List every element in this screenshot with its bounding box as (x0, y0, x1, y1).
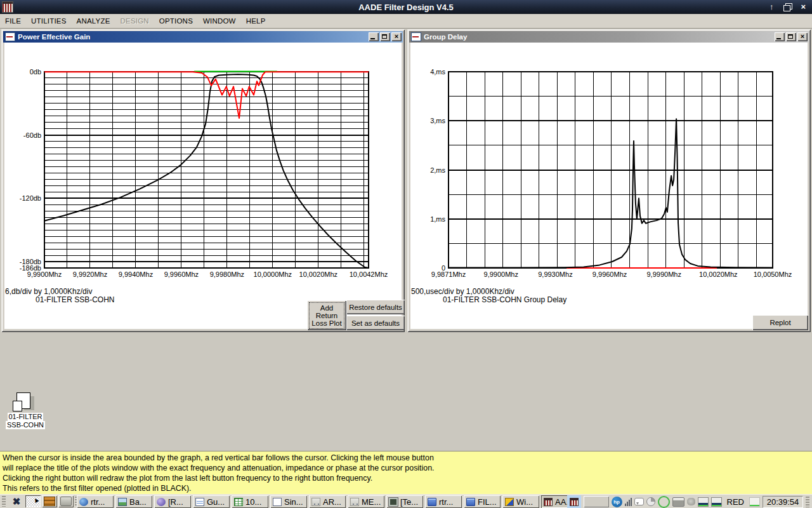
monitor-pale-icon[interactable] (749, 497, 760, 507)
cursor-icon: ▲ (31, 495, 41, 505)
help-line: will replace the title of the plots wind… (3, 463, 809, 473)
hp-icon[interactable]: hp (612, 497, 622, 507)
taskbar-task-gu[interactable]: Gu... (193, 495, 230, 508)
replot-button[interactable]: Replot (752, 315, 808, 330)
taskbar-handle[interactable] (806, 497, 809, 507)
taskbar-task-sin[interactable]: Sin... (270, 495, 307, 508)
plot-title-caption: 01-FILTER SSB-COHN (36, 295, 114, 304)
green-ellipse-icon[interactable] (658, 496, 670, 508)
menu-help[interactable]: HELP (241, 15, 271, 27)
minimize-icon[interactable] (369, 32, 379, 41)
monitor-graph-icon[interactable] (698, 497, 709, 507)
taskbar-task-rtr[interactable]: rtr... (425, 495, 462, 508)
task-label: Sin... (284, 497, 303, 507)
task-label: [R... (168, 497, 183, 507)
series-return-loss-red (44, 72, 369, 118)
plot-title-caption: 01-FILTER SSB-COHN Group Delay (443, 295, 566, 304)
red-status-label: RED (724, 497, 747, 507)
taskbar-task-10[interactable]: 10... (232, 495, 268, 508)
menu-file[interactable]: FILE (0, 15, 26, 27)
plot-window-icon (411, 32, 421, 41)
close-icon[interactable]: × (801, 0, 806, 14)
filter-file-icon-front (13, 401, 22, 411)
menu-utilities[interactable]: UTILITIES (26, 15, 71, 27)
blank-tray-button[interactable] (584, 496, 609, 507)
task-label: [Te... (400, 497, 418, 507)
maximize-icon[interactable] (380, 32, 390, 41)
app-titlebar[interactable]: AADE Filter Design V4.5 ↑ × (0, 0, 812, 14)
taskbar-task-te[interactable]: [Te... (386, 495, 423, 508)
aade-icon (544, 498, 553, 506)
menubar: FILE UTILITIES ANALYZE DESIGN OPTIONS WI… (0, 14, 812, 29)
tray-clock[interactable]: 20:39:54 (763, 496, 803, 508)
app-yellow-icon (505, 498, 514, 506)
window-title: Power Effective Gain (18, 33, 369, 41)
svg-text:10,0000Mhz: 10,0000Mhz (254, 271, 292, 278)
svg-text:9,9920Mhz: 9,9920Mhz (73, 271, 107, 278)
desktop-icon-filter[interactable]: 01-FILTER SSB-COHN (5, 389, 46, 429)
taskbar-task-ar[interactable]: AR... (309, 495, 346, 508)
launcher-pager[interactable] (58, 495, 74, 507)
schematic-icon (311, 498, 320, 506)
task-label: Ba... (129, 497, 147, 507)
restore-icon[interactable] (783, 5, 790, 11)
gain-chart[interactable]: 0db-60db-120db-180db-186db9,9900Mhz9,992… (4, 64, 403, 284)
svg-text:9,9871Mhz: 9,9871Mhz (431, 271, 466, 278)
x-logo-icon[interactable]: ✖ (10, 495, 23, 507)
close-icon[interactable]: × (391, 32, 402, 41)
series-group-delay-black (449, 119, 773, 267)
task-label: AR... (323, 497, 341, 507)
help-panel: When the cursor is inside the area bound… (0, 451, 812, 494)
aade-logo-icon (2, 1, 13, 13)
close-icon[interactable]: × (797, 32, 808, 41)
printer-icon[interactable] (672, 497, 684, 507)
svg-text:9,9960Mhz: 9,9960Mhz (593, 271, 627, 278)
clock-circle-icon[interactable] (646, 497, 655, 506)
svg-text:0db: 0db (30, 68, 41, 76)
balloon-icon[interactable] (634, 498, 644, 505)
taskbar-task-rtr[interactable]: rtr... (77, 495, 114, 508)
window-titlebar[interactable]: Power Effective Gain × (3, 31, 403, 43)
minimize-icon[interactable] (775, 32, 785, 41)
taskbar-task-fil[interactable]: FIL... (464, 495, 501, 508)
menu-analyze[interactable]: ANALYZE (72, 15, 115, 27)
taskbar-task-me[interactable]: ME... (348, 495, 384, 508)
svg-text:9,9940Mhz: 9,9940Mhz (119, 271, 153, 278)
rollup-icon[interactable]: ↑ (769, 0, 774, 14)
restore-defaults-button[interactable]: Restore defaults (346, 300, 405, 314)
task-label: 10... (246, 497, 261, 507)
speaker-icon[interactable] (687, 498, 695, 505)
svg-text:10,0042Mhz: 10,0042Mhz (350, 271, 388, 278)
svg-text:2,ms: 2,ms (430, 166, 445, 174)
menu-design[interactable]: DESIGN (115, 15, 154, 27)
svg-text:10,0020Mhz: 10,0020Mhz (699, 271, 738, 278)
task-label: rtr... (439, 497, 453, 507)
monitor-graph-icon[interactable] (711, 497, 722, 507)
svg-text:3,ms: 3,ms (430, 117, 445, 124)
set-as-defaults-button[interactable]: Set as defaults (346, 316, 405, 330)
launcher-drawer[interactable] (42, 495, 57, 507)
schematic-icon (350, 498, 359, 506)
taskbar-task-r[interactable]: [R... (154, 495, 191, 508)
svg-text:9,9990Mhz: 9,9990Mhz (646, 271, 681, 278)
aade-tray-icon[interactable] (567, 495, 581, 508)
maximize-icon[interactable] (786, 32, 796, 41)
group-delay-chart[interactable]: 4,ms3,ms2,ms1,ms09,9871Mhz9,9900Mhz9,993… (419, 64, 808, 284)
svg-text:-60db: -60db (23, 131, 41, 139)
menu-options[interactable]: OPTIONS (154, 15, 198, 27)
signal-bars-icon[interactable] (625, 497, 632, 506)
picture-icon (118, 498, 127, 506)
taskbar-task-wi[interactable]: Wi... (502, 495, 539, 508)
taskbar-task-ba[interactable]: Ba... (115, 495, 152, 508)
launcher-checkerboard-cursor[interactable]: ▲ (25, 495, 41, 507)
task-label: ME... (362, 497, 381, 507)
task-label: FIL... (478, 497, 497, 507)
svg-text:9,9980Mhz: 9,9980Mhz (210, 271, 244, 278)
taskbar-tasks: rtr...Ba...[R...Gu...10...Sin...AR...ME.… (77, 495, 578, 508)
svg-text:9,9900Mhz: 9,9900Mhz (27, 271, 62, 278)
menu-window[interactable]: WINDOW (198, 15, 241, 27)
window-titlebar[interactable]: Group Delay × (409, 31, 809, 43)
app-title: AADE Filter Design V4.5 (0, 3, 812, 12)
add-return-loss-plot-button[interactable]: Add Return Loss Plot (307, 300, 346, 330)
taskbar-handle[interactable] (2, 496, 6, 507)
